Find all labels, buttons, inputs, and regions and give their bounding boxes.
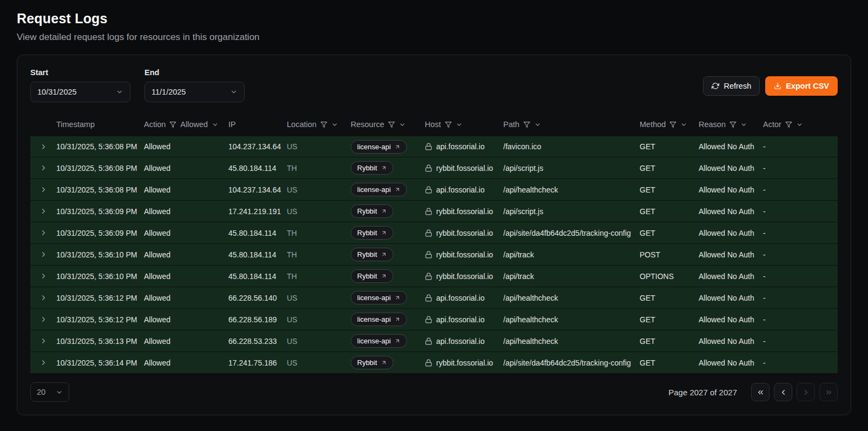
table-row[interactable]: 10/31/2025, 5:36:08 PMAllowed104.237.134… — [30, 136, 838, 157]
cell-path: /api/site/da4fb64dc2d5/tracking-config — [503, 359, 640, 367]
start-date-select[interactable]: 10/31/2025 — [30, 82, 130, 102]
expand-row-button[interactable] — [30, 164, 56, 172]
actor-value: - — [763, 164, 766, 173]
table-row[interactable]: 10/31/2025, 5:36:08 PMAllowed45.80.184.1… — [30, 157, 838, 179]
column-label-action: Action — [144, 120, 166, 129]
cell-ip: 45.80.184.114 — [228, 250, 287, 259]
resource-badge[interactable]: Rybbit — [351, 356, 393, 369]
cell-resource: Rybbit — [351, 248, 425, 261]
page-size-select[interactable]: 20 — [30, 382, 69, 402]
page-info: Page 2027 of 2027 — [668, 388, 737, 397]
column-header-method[interactable]: Method — [640, 120, 699, 129]
expand-row-button[interactable] — [30, 315, 56, 323]
cell-path: /api/healthcheck — [503, 315, 640, 324]
resource-badge[interactable]: license-api — [351, 140, 407, 154]
expand-row-button[interactable] — [30, 359, 56, 367]
cell-timestamp: 10/31/2025, 5:36:08 PM — [56, 185, 144, 194]
chevron-right-icon — [40, 250, 48, 258]
table-footer: 20 Page 2027 of 2027 — [30, 382, 838, 402]
method-value: POST — [640, 250, 660, 259]
chevron-down-icon — [399, 121, 406, 128]
table-row[interactable]: 10/31/2025, 5:36:09 PMAllowed45.80.184.1… — [30, 222, 838, 244]
resource-badge[interactable]: Rybbit — [351, 161, 393, 175]
resource-badge[interactable]: license-api — [351, 334, 407, 348]
table-row[interactable]: 10/31/2025, 5:36:09 PMAllowed17.241.219.… — [30, 201, 838, 222]
table-row[interactable]: 10/31/2025, 5:36:12 PMAllowed66.228.56.1… — [30, 287, 838, 309]
timestamp-value: 10/31/2025, 5:36:14 PM — [56, 359, 137, 367]
cell-ip: 45.80.184.114 — [228, 229, 287, 237]
action-value: Allowed — [144, 315, 170, 324]
cell-timestamp: 10/31/2025, 5:36:09 PM — [56, 207, 144, 216]
path-value: /favicon.ico — [503, 142, 541, 151]
resource-badge[interactable]: license-api — [351, 291, 407, 304]
cell-path: /api/healthcheck — [503, 337, 640, 346]
cell-resource: Rybbit — [351, 226, 425, 240]
cell-timestamp: 10/31/2025, 5:36:10 PM — [56, 272, 144, 281]
cell-actor: - — [763, 185, 838, 194]
cell-reason: Allowed No Auth — [699, 207, 763, 216]
location-value: TH — [287, 229, 297, 237]
expand-row-button[interactable] — [30, 229, 56, 237]
refresh-button[interactable]: Refresh — [703, 76, 760, 96]
ip-value: 17.241.75.186 — [228, 359, 277, 367]
table-row[interactable]: 10/31/2025, 5:36:10 PMAllowed45.80.184.1… — [30, 244, 838, 266]
method-value: OPTIONS — [640, 272, 674, 281]
table-row[interactable]: 10/31/2025, 5:36:12 PMAllowed66.228.56.1… — [30, 309, 838, 330]
ip-value: 104.237.134.64 — [228, 185, 281, 194]
cell-host: rybbit.fossorial.io — [425, 207, 503, 216]
actor-value: - — [763, 315, 766, 324]
previous-page-button[interactable] — [774, 383, 792, 401]
cell-timestamp: 10/31/2025, 5:36:12 PM — [56, 294, 144, 302]
resource-badge[interactable]: Rybbit — [351, 226, 393, 240]
method-value: GET — [640, 164, 655, 173]
column-header-path[interactable]: Path — [503, 120, 640, 129]
cell-resource: license-api — [351, 140, 425, 154]
reason-value: Allowed No Auth — [699, 164, 754, 173]
resource-badge[interactable]: Rybbit — [351, 204, 393, 218]
resource-badge[interactable]: license-api — [351, 183, 407, 196]
lock-icon — [425, 251, 432, 258]
arrow-up-right-icon — [381, 251, 387, 257]
expand-row-button[interactable] — [30, 272, 56, 280]
column-header-host[interactable]: Host — [425, 120, 503, 129]
lock-icon — [425, 359, 432, 367]
table-row[interactable]: 10/31/2025, 5:36:13 PMAllowed66.228.53.2… — [30, 330, 838, 352]
expand-row-button[interactable] — [30, 337, 56, 345]
timestamp-value: 10/31/2025, 5:36:13 PM — [56, 337, 137, 346]
cell-actor: - — [763, 229, 838, 237]
table-row[interactable]: 10/31/2025, 5:36:10 PMAllowed45.80.184.1… — [30, 266, 838, 287]
first-page-button[interactable] — [751, 383, 770, 401]
expand-row-button[interactable] — [30, 207, 56, 215]
column-label-method: Method — [640, 120, 666, 129]
column-header-reason[interactable]: Reason — [699, 120, 763, 129]
expand-row-button[interactable] — [30, 250, 56, 258]
reason-value: Allowed No Auth — [699, 294, 754, 302]
path-value: /api/healthcheck — [503, 315, 558, 324]
chevron-left-icon — [779, 388, 787, 396]
resource-name: license-api — [357, 143, 391, 151]
resource-badge[interactable]: Rybbit — [351, 248, 393, 261]
table-row[interactable]: 10/31/2025, 5:36:08 PMAllowed104.237.134… — [30, 179, 838, 201]
resource-badge[interactable]: Rybbit — [351, 269, 393, 283]
end-date-select[interactable]: 11/1/2025 — [144, 82, 245, 102]
path-value: /api/script.js — [503, 207, 543, 216]
export-csv-button[interactable]: Export CSV — [765, 76, 838, 96]
table-row[interactable]: 10/31/2025, 5:36:14 PMAllowed17.241.75.1… — [30, 352, 838, 374]
column-header-actor[interactable]: Actor — [763, 120, 838, 129]
resource-badge[interactable]: license-api — [351, 313, 407, 326]
cell-host: rybbit.fossorial.io — [425, 250, 503, 259]
expand-row-button[interactable] — [30, 185, 56, 194]
column-header-location[interactable]: Location — [287, 120, 351, 129]
filter-icon — [729, 121, 737, 128]
lock-icon — [425, 143, 432, 150]
path-value: /api/healthcheck — [503, 185, 558, 194]
expand-row-button[interactable] — [30, 143, 56, 151]
cell-actor: - — [763, 250, 838, 259]
cell-action: Allowed — [144, 185, 228, 194]
refresh-icon — [712, 82, 719, 90]
expand-row-button[interactable] — [30, 294, 56, 302]
column-header-action[interactable]: ActionAllowed — [144, 120, 228, 129]
pagination: Page 2027 of 2027 — [668, 383, 838, 401]
column-header-resource[interactable]: Resource — [351, 120, 425, 129]
cell-host: api.fossorial.io — [425, 185, 503, 194]
